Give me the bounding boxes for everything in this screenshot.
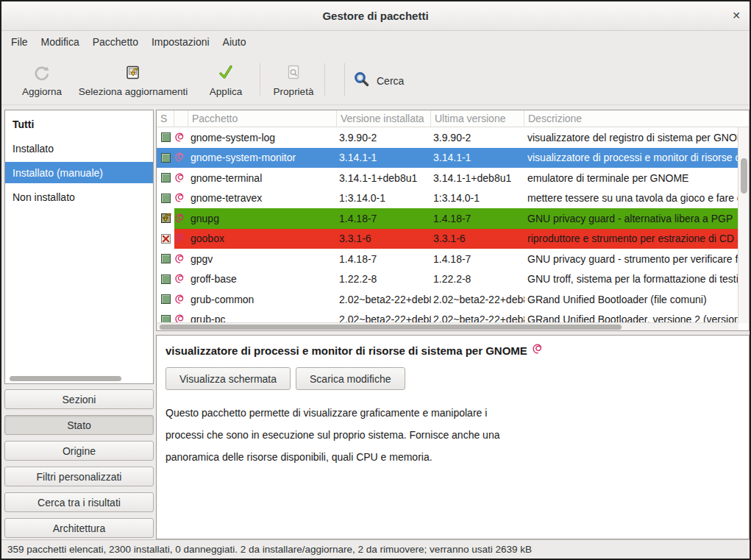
debian-swirl-icon	[174, 273, 188, 285]
get-screenshot-button[interactable]: Visualizza schermata	[165, 367, 291, 390]
column-header-status[interactable]: S	[157, 110, 174, 127]
filter-item-tutti[interactable]: Tutti	[5, 113, 153, 135]
table-vscrollbar-thumb[interactable]	[741, 158, 747, 194]
filter-item-non-installato[interactable]: Non installato	[5, 186, 153, 208]
debian-swirl-icon	[174, 132, 188, 143]
search-results-button[interactable]: Cerca tra i risultati	[4, 492, 154, 512]
filter-list-hscrollbar-thumb[interactable]	[10, 376, 121, 381]
table-row-groff-base[interactable]: groff-base 1.22.2-8 1.22.2-8 GNU troff, …	[157, 269, 738, 290]
package-details-title: visualizzatore di processi e monitor di …	[165, 343, 740, 358]
table-row-grub-pc[interactable]: grub-pc 2.02~beta2-22+deb8u1 2.02~beta2-…	[157, 310, 738, 324]
reload-label: Aggiorna	[22, 86, 62, 97]
search-icon	[353, 71, 371, 91]
debian-swirl-icon	[174, 233, 188, 244]
table-header: S Pacchetto Versione installata Ultima v…	[157, 110, 749, 127]
package-description: Questo pacchetto permette di visualizzar…	[165, 402, 740, 468]
column-header-latest-version[interactable]: Ultima versione	[431, 110, 524, 127]
statusbar: 359 pacchetti elencati, 2300 installati,…	[1, 539, 750, 559]
refresh-icon	[32, 63, 51, 83]
table-body: gnome-system-log 3.9.90-2 3.9.90-2 visua…	[157, 127, 738, 323]
mark-upgrades-label: Seleziona aggiornamenti	[79, 86, 188, 97]
properties-icon	[284, 63, 303, 83]
column-header-package[interactable]: Pacchetto	[188, 110, 337, 127]
menu-aiuto[interactable]: Aiuto	[216, 32, 253, 52]
titlebar[interactable]: Gestore di pacchetti ✕	[1, 1, 750, 31]
debian-swirl-icon	[174, 213, 188, 224]
status-installed-icon	[161, 194, 171, 203]
debian-swirl-icon	[174, 253, 188, 265]
status-remove-icon	[161, 234, 171, 244]
menu-file[interactable]: File	[4, 32, 35, 52]
debian-swirl-icon	[174, 152, 188, 163]
column-header-installed-version[interactable]: Versione installata	[337, 110, 431, 127]
table-row-gnome-system-monitor[interactable]: gnome-system-monitor 3.14.1-1 3.14.1-1 v…	[157, 148, 738, 169]
column-header-icon[interactable]	[174, 110, 188, 127]
package-table: S Pacchetto Versione installata Ultima v…	[156, 110, 750, 331]
custom-filters-button[interactable]: Filtri personalizzati	[4, 467, 154, 486]
debian-swirl-icon	[174, 192, 188, 204]
reload-button[interactable]: Aggiorna	[15, 60, 69, 100]
origin-button[interactable]: Origine	[4, 441, 154, 461]
close-icon[interactable]: ✕	[732, 10, 741, 21]
debian-swirl-icon	[174, 172, 188, 184]
table-vscrollbar[interactable]	[738, 127, 749, 323]
window-title: Gestore di pacchetti	[322, 10, 428, 22]
toolbar-separator	[324, 63, 325, 96]
search-label: Cerca	[377, 75, 404, 87]
statusbar-text: 359 pacchetti elencati, 2300 installati,…	[7, 544, 532, 555]
status-installed-icon	[161, 132, 171, 142]
filter-item-installato-manuale[interactable]: Installato (manuale)	[5, 162, 153, 183]
mark-upgrades-button[interactable]: Seleziona aggiornamenti	[74, 60, 192, 100]
table-row-gnome-terminal[interactable]: gnome-terminal 3.14.1-1+deb8u1 3.14.1-1+…	[157, 168, 738, 188]
debian-swirl-icon	[532, 343, 544, 358]
table-row-gnome-system-log[interactable]: gnome-system-log 3.9.90-2 3.9.90-2 visua…	[157, 127, 738, 148]
apply-label: Applica	[210, 86, 242, 97]
mark-upgrades-icon	[124, 63, 143, 83]
status-installed-icon	[161, 274, 171, 284]
toolbar: Aggiorna Seleziona aggiornamenti Applica…	[1, 53, 750, 105]
table-row-gnome-tetravex[interactable]: gnome-tetravex 1:3.14.0-1 1:3.14.0-1 met…	[157, 188, 738, 209]
package-details-title-text: visualizzatore di processi e monitor di …	[165, 344, 527, 357]
menu-impostazioni[interactable]: Impostazioni	[145, 32, 216, 52]
table-row-grub-common[interactable]: grub-common 2.02~beta2-22+deb8u1 2.02~be…	[157, 289, 738, 310]
apply-button[interactable]: Applica	[199, 60, 252, 100]
status-installed-icon	[161, 294, 171, 304]
search-button[interactable]: Cerca	[353, 69, 404, 93]
filter-item-installato[interactable]: Installato	[5, 138, 153, 159]
status-installed-icon	[161, 254, 171, 263]
menu-pacchetto[interactable]: Pacchetto	[86, 32, 145, 52]
filter-list: Tutti Installato Installato (manuale) No…	[4, 110, 154, 384]
column-header-description[interactable]: Descrizione	[524, 110, 749, 127]
sections-button[interactable]: Sezioni	[4, 389, 154, 409]
status-installed-icon	[161, 173, 171, 182]
table-row-gpgv[interactable]: gpgv 1.4.18-7 1.4.18-7 GNU privacy guard…	[157, 249, 738, 269]
properties-button[interactable]: Proprietà	[267, 60, 320, 100]
table-row-gnupg[interactable]: gnupg 1.4.18-7 1.4.18-7 GNU privacy guar…	[157, 208, 738, 229]
status-reinstall-icon	[161, 213, 171, 223]
status-installed-icon	[161, 153, 171, 163]
status-button[interactable]: Stato	[4, 415, 154, 435]
toolbar-separator	[260, 63, 260, 96]
package-manager-window: Gestore di pacchetti ✕ File Modifica Pac…	[0, 0, 751, 560]
toolbar-separator	[344, 63, 345, 96]
architecture-button[interactable]: Architettura	[4, 518, 154, 538]
menubar: File Modifica Pacchetto Impostazioni Aiu…	[1, 31, 750, 53]
table-hscrollbar[interactable]	[157, 322, 738, 330]
table-hscrollbar-thumb[interactable]	[160, 325, 622, 330]
debian-swirl-icon	[174, 294, 188, 305]
table-row-goobox[interactable]: goobox 3.3.1-6 3.3.1-6 riproduttore e st…	[157, 229, 738, 249]
menu-modifica[interactable]: Modifica	[35, 32, 86, 52]
package-details-pane: visualizzatore di processi e monitor di …	[156, 335, 750, 539]
properties-label: Proprietà	[274, 86, 314, 97]
apply-check-icon	[216, 63, 235, 83]
get-changelog-button[interactable]: Scarica modifiche	[296, 367, 405, 390]
